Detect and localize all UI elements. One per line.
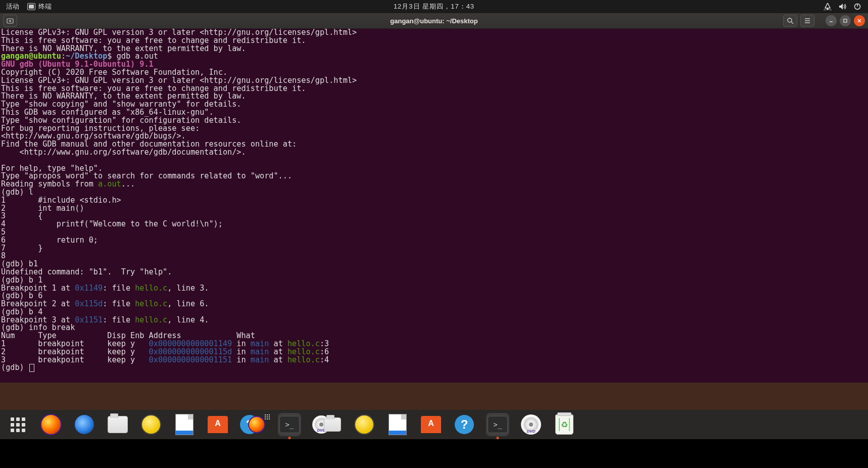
- disc-icon: DVD: [521, 414, 541, 435]
- dock-firefox[interactable]: [39, 413, 63, 436]
- dock-help-2[interactable]: ?: [453, 413, 476, 436]
- dock-rhythmbox-2[interactable]: [353, 413, 376, 436]
- grid-icon: [11, 417, 25, 432]
- running-indicator-icon: [288, 437, 291, 439]
- new-tab-button[interactable]: [3, 15, 17, 27]
- firefox-icon: [248, 416, 265, 433]
- show-applications-button[interactable]: [6, 413, 29, 436]
- dock-ubuntu-software-2[interactable]: [419, 413, 443, 436]
- folder-icon: [324, 417, 341, 432]
- dock-terminal-2[interactable]: >_: [486, 413, 509, 436]
- terminal-icon: [27, 3, 35, 10]
- dock-thunderbird[interactable]: [73, 413, 96, 436]
- thunderbird-icon: [75, 415, 94, 434]
- window-close-button[interactable]: [854, 15, 865, 26]
- document-icon: [389, 414, 407, 435]
- terminal-cursor: [29, 364, 34, 372]
- dock: ? >_ DVD ? >_ DVD ♻: [0, 410, 868, 439]
- window-maximize-button[interactable]: [840, 15, 851, 26]
- dock-ubuntu-software[interactable]: [206, 413, 229, 436]
- folder-icon: [108, 416, 128, 433]
- svg-line-7: [791, 22, 793, 24]
- hamburger-menu-button[interactable]: [800, 15, 814, 27]
- help-icon: ?: [455, 415, 474, 434]
- dock-libreoffice-writer-2[interactable]: [386, 413, 409, 436]
- terminal-titlebar: gangan@ubuntu: ~/Desktop: [0, 13, 868, 29]
- window-minimize-button[interactable]: [826, 15, 837, 26]
- current-app-label: 终端: [38, 2, 52, 11]
- grid-icon: [265, 414, 270, 419]
- gnome-topbar: 活动 终端 12月3日 星期四，17：43: [0, 0, 868, 13]
- dock-files[interactable]: [106, 413, 129, 436]
- terminal-icon: >_: [488, 416, 508, 433]
- dock-rhythmbox[interactable]: [139, 413, 163, 436]
- dock-disc[interactable]: DVD: [519, 413, 543, 436]
- desktop-area: ? >_ DVD ? >_ DVD ♻: [0, 383, 868, 439]
- svg-rect-12: [844, 19, 847, 22]
- power-icon[interactable]: [854, 3, 861, 10]
- activities-button[interactable]: 活动: [6, 2, 19, 11]
- firefox-icon: [40, 414, 62, 435]
- shopping-bag-icon: [421, 416, 441, 433]
- svg-point-6: [788, 18, 792, 22]
- current-app[interactable]: 终端: [27, 2, 52, 11]
- window-title: gangan@ubuntu: ~/Desktop: [390, 17, 477, 25]
- dock-stacked-group-2[interactable]: DVD: [311, 413, 343, 436]
- svg-point-0: [827, 8, 829, 10]
- dock-stacked-group[interactable]: ?: [239, 413, 268, 436]
- speaker-icon: [354, 414, 374, 435]
- volume-icon[interactable]: [839, 3, 847, 10]
- trash-icon: ♻: [555, 414, 573, 435]
- search-button[interactable]: [783, 15, 797, 27]
- document-icon: [175, 414, 194, 435]
- speaker-icon: [141, 414, 161, 435]
- network-icon[interactable]: [824, 3, 832, 10]
- clock[interactable]: 12月3日 星期四，17：43: [394, 2, 474, 11]
- dock-trash[interactable]: ♻: [553, 413, 576, 436]
- dock-libreoffice-writer[interactable]: [173, 413, 196, 436]
- shopping-bag-icon: [208, 416, 228, 433]
- terminal-output[interactable]: License GPLv3+: GNU GPL version 3 or lat…: [0, 29, 868, 383]
- terminal-icon: >_: [279, 416, 300, 433]
- dock-terminal[interactable]: >_: [278, 413, 301, 436]
- running-indicator-icon: [497, 437, 499, 439]
